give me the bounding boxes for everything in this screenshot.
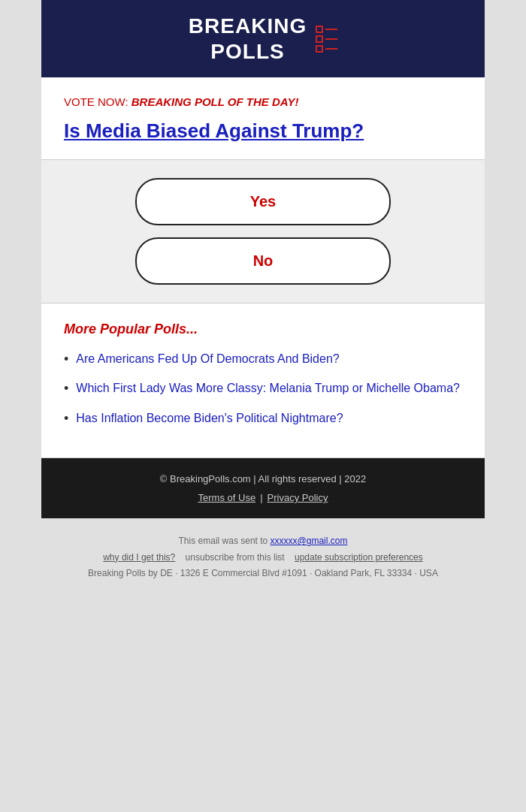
poll-link-3[interactable]: Has Inflation Become Biden's Political N… [76,410,343,427]
update-preferences-link[interactable]: update subscription preferences [295,552,423,563]
line-icon-1 [325,29,337,30]
yes-button[interactable]: Yes [135,178,391,225]
polls-list: Are Americans Fed Up Of Democrats And Bi… [64,351,462,427]
footer-copyright: © BreakingPolls.com | All rights reserve… [56,473,470,484]
email-address-link[interactable]: xxxxxx@gmail.com [271,536,348,546]
line-icon-3 [325,48,337,50]
email-footer: This email was sent to xxxxxx@gmail.com … [41,518,485,597]
more-polls-title: More Popular Polls... [64,321,462,337]
poll-link-1[interactable]: Are Americans Fed Up Of Democrats And Bi… [76,351,339,367]
header-title-text: BREAKING POLLS [189,14,307,64]
checkbox-icon-1 [316,26,323,33]
sent-to-text: This email was sent to [179,536,271,546]
checkbox-icon-2 [316,35,323,43]
logo-row-2 [316,35,337,43]
mailing-address: Breaking Polls by DE · 1326 E Commercial… [49,566,477,582]
unsubscribe-text: unsubscribe from this list [186,552,285,563]
logo-row-1 [316,26,337,33]
buttons-section: Yes No [41,160,485,303]
terms-of-use-link[interactable]: Terms of Use [198,492,256,503]
vote-label-plain: VOTE NOW: [64,95,132,108]
list-item: Which First Lady Was More Classy: Melani… [64,380,462,397]
footer: © BreakingPolls.com | All rights reserve… [41,458,485,518]
footer-links: Terms of Use | Privacy Policy [56,492,470,503]
footer-separator: | [260,492,262,503]
no-button[interactable]: No [135,237,391,285]
email-container: BREAKING POLLS [41,0,485,518]
privacy-policy-link[interactable]: Privacy Policy [268,492,328,503]
vote-section: VOTE NOW: BREAKING POLL OF THE DAY! Is M… [41,77,485,160]
more-polls-section: More Popular Polls... Are Americans Fed … [41,303,485,458]
page-wrapper: BREAKING POLLS [0,0,526,812]
vote-label: VOTE NOW: BREAKING POLL OF THE DAY! [64,95,462,108]
logo-row-3 [316,45,337,53]
email-sent-to: This email was sent to xxxxxx@gmail.com [49,533,477,550]
header: BREAKING POLLS [41,0,485,77]
email-management-links: why did I get this? unsubscribe from thi… [49,550,477,566]
checkbox-icon-3 [316,45,323,53]
why-link[interactable]: why did I get this? [103,552,175,563]
vote-label-bold: BREAKING POLL OF THE DAY! [132,95,299,108]
brand-title: BREAKING POLLS [189,14,307,64]
poll-question: Is Media Biased Against Trump? [64,119,462,144]
logo-icon [316,26,337,53]
list-item: Are Americans Fed Up Of Democrats And Bi… [64,351,462,368]
list-item: Has Inflation Become Biden's Political N… [64,410,462,427]
line-icon-2 [325,38,337,40]
poll-link-2[interactable]: Which First Lady Was More Classy: Melani… [76,380,460,397]
